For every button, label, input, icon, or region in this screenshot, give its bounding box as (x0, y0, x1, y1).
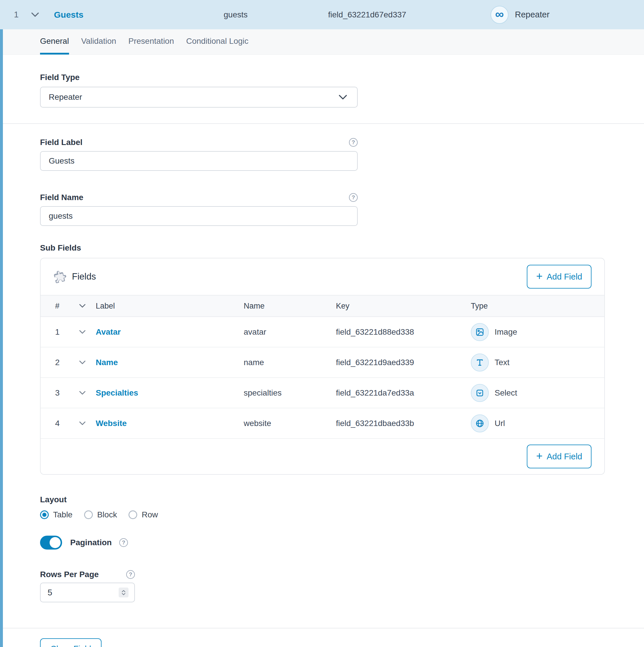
sub-field-label-link[interactable]: Website (96, 419, 244, 428)
sub-fields-label: Sub Fields (40, 242, 644, 254)
add-field-button-top[interactable]: + Add Field (527, 265, 591, 289)
field-settings-footer: Close Field (3, 629, 644, 647)
column-key: Key (336, 302, 471, 310)
sub-field-row-avatar: 1 Avatar avatar field_63221d88ed338 Ima (41, 317, 604, 347)
field-type-select-value: Repeater (49, 92, 82, 102)
field-type-name: Repeater (515, 10, 550, 19)
chevron-up-icon (122, 590, 126, 592)
chevron-down-icon[interactable] (79, 391, 96, 395)
collapse-field-control[interactable] (31, 12, 54, 17)
field-label-setting: Field Label ? (3, 124, 644, 171)
pagination-setting: Pagination ? (3, 535, 644, 550)
puzzle-piece-icon (53, 270, 67, 283)
rows-per-page-setting: Rows Per Page ? (3, 569, 644, 602)
close-field-button[interactable]: Close Field (40, 638, 102, 647)
sub-fields-panel: Fields + Add Field # Label Name Key Type (40, 258, 605, 475)
column-label: Label (96, 302, 244, 310)
chevron-down-icon (31, 12, 39, 17)
field-label-input[interactable] (40, 151, 358, 171)
radio-unselected-icon[interactable] (84, 510, 93, 519)
image-icon (471, 323, 489, 341)
chevron-down-icon[interactable] (79, 421, 96, 425)
sub-field-row-specialties: 3 Specialties specialties field_63221da7… (41, 378, 604, 408)
help-icon[interactable]: ? (126, 570, 135, 579)
toggle-knob (50, 537, 61, 548)
sub-fields-panel-header: Fields + Add Field (41, 259, 604, 295)
radio-selected-icon[interactable] (40, 510, 49, 519)
field-header: 1 Guests guests field_63221d67ed337 ∞ Re… (0, 0, 644, 29)
pagination-label: Pagination (70, 538, 112, 547)
layout-radio-group: Table Block Row (40, 510, 644, 519)
column-type: Type (471, 302, 604, 310)
field-title-link[interactable]: Guests (54, 10, 224, 20)
chevron-down-icon (122, 593, 126, 595)
field-name-setting: Field Name ? (3, 192, 644, 226)
chevron-down-icon (79, 304, 96, 308)
sub-fields-table-header: # Label Name Key Type (41, 295, 604, 317)
layout-option-block[interactable]: Block (84, 510, 117, 519)
tab-general[interactable]: General (40, 29, 69, 55)
help-icon[interactable]: ? (349, 193, 358, 202)
tab-conditional-logic[interactable]: Conditional Logic (186, 29, 249, 55)
sub-fields-panel-title: Fields (72, 272, 96, 282)
layout-option-table[interactable]: Table (40, 510, 72, 519)
repeater-icon: ∞ (491, 6, 509, 24)
field-type-label: Field Type (40, 72, 358, 83)
field-order: 1 (14, 10, 31, 19)
general-settings-panel: Field Type Repeater Field Label ? Field … (3, 55, 644, 647)
layout-option-row[interactable]: Row (129, 510, 158, 519)
add-field-button-bottom[interactable]: + Add Field (527, 445, 591, 469)
rows-per-page-label: Rows Per Page (40, 569, 99, 580)
sub-fields-panel-footer: + Add Field (41, 439, 604, 474)
field-type-select[interactable]: Repeater (40, 87, 358, 107)
pagination-toggle[interactable] (40, 535, 62, 550)
text-icon (471, 354, 489, 371)
field-type-setting: Field Type Repeater (3, 55, 644, 123)
select-icon (471, 384, 489, 402)
number-stepper[interactable] (119, 587, 129, 597)
field-label-label: Field Label (40, 137, 82, 148)
chevron-down-icon (338, 94, 347, 100)
field-name-input[interactable] (40, 206, 358, 226)
sub-fields-setting: Sub Fields Fields + Add Field (3, 242, 644, 475)
field-name-text: guests (224, 10, 328, 19)
sub-field-row-name: 2 Name name field_63221d9aed339 Text (41, 347, 604, 378)
tab-validation[interactable]: Validation (81, 29, 116, 55)
sub-field-label-link[interactable]: Name (96, 358, 244, 367)
help-icon[interactable]: ? (349, 138, 358, 147)
settings-tabbar: General Validation Presentation Conditio… (3, 29, 644, 55)
chevron-down-icon[interactable] (79, 330, 96, 334)
tab-presentation[interactable]: Presentation (129, 29, 174, 55)
layout-setting: Layout Table Block Row (3, 494, 644, 519)
column-order: # (55, 302, 79, 310)
sub-field-row-website: 4 Website website field_63221dbaed33b U (41, 408, 604, 439)
sub-field-label-link[interactable]: Avatar (96, 328, 244, 337)
layout-label: Layout (40, 494, 644, 505)
sub-field-label-link[interactable]: Specialties (96, 388, 244, 398)
field-name-label: Field Name (40, 192, 83, 203)
help-icon[interactable]: ? (119, 538, 128, 547)
url-globe-icon (471, 414, 489, 432)
chevron-down-icon[interactable] (79, 360, 96, 365)
plus-icon: + (536, 271, 542, 282)
radio-unselected-icon[interactable] (129, 510, 137, 519)
field-key-text: field_63221d67ed337 (328, 10, 491, 19)
plus-icon: + (536, 450, 542, 461)
field-type-indicator: ∞ Repeater (491, 6, 644, 24)
column-name: Name (244, 302, 336, 310)
